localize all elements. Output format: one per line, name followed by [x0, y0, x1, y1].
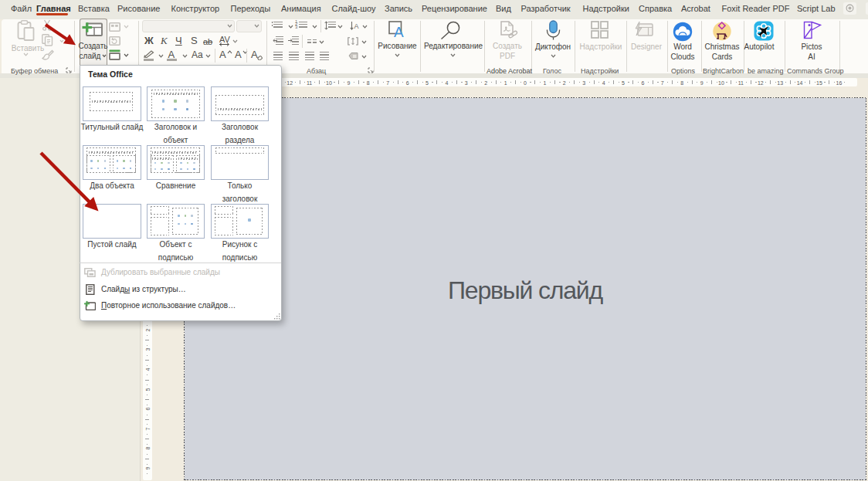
svg-text:A: A — [354, 22, 359, 30]
svg-text:A: A — [394, 24, 404, 39]
